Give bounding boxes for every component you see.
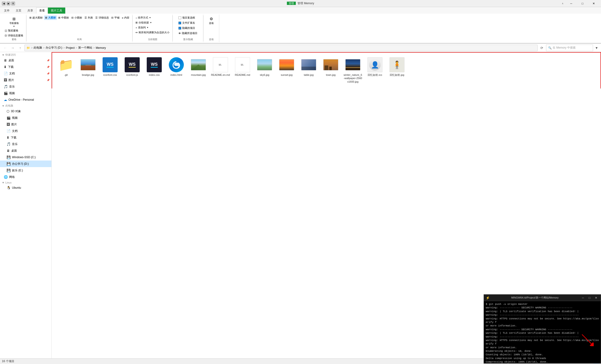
details-button[interactable]: ☰ 详细信息 xyxy=(94,16,110,20)
up-button[interactable]: ↑ xyxy=(17,45,23,51)
sidebar-item-3d[interactable]: ⬡ 3D 对象 xyxy=(0,108,51,115)
forward-button[interactable]: → xyxy=(9,45,16,51)
title-bar: ◀ ▶ ⬆ 管理 管理 Memory ∧ ─ □ ✕ xyxy=(0,0,601,7)
terminal-close-button[interactable]: ✕ xyxy=(593,295,599,300)
sidebar-item-downloads-qa[interactable]: ⬇ 下载 📌 xyxy=(0,64,51,70)
tab-home[interactable]: 主页 xyxy=(13,8,24,14)
detail-pane-icon: ⊡ xyxy=(5,34,7,37)
terminal-line-w7: warning: | TLS certificate verification … xyxy=(486,331,599,335)
quick-access-toolbar-forward[interactable]: ▶ xyxy=(7,2,10,5)
town-icon xyxy=(323,57,338,72)
linux-expand[interactable]: ▼ xyxy=(2,181,4,184)
sidebar-item-video-pc[interactable]: 🎬 视频 xyxy=(0,115,51,121)
file-item-readme-en[interactable]: M↓ README.en.md xyxy=(210,56,231,85)
linux-label: Linux xyxy=(5,181,11,184)
sidebar-item-c-drive[interactable]: 💾 Windows-SSD (C:) xyxy=(0,154,51,160)
small-icons-button[interactable]: ⊟ 小图标 xyxy=(70,16,83,20)
hide-selected-button[interactable]: 👁 隐藏所选项目 xyxy=(178,31,198,35)
terminal-minimize-button[interactable]: ─ xyxy=(580,295,586,300)
file-item-iconfont-css[interactable]: WS iconfont.css xyxy=(100,56,121,85)
preview-pane-button[interactable]: ◫ 预览窗格 xyxy=(4,28,24,33)
back-button[interactable]: ← xyxy=(2,45,9,51)
sidebar-item-pictures-pc[interactable]: 🖼 图片 xyxy=(0,121,51,128)
tab-file[interactable]: 文件 xyxy=(1,8,13,14)
sidebar-item-e-drive[interactable]: 💾 娱乐 (E:) xyxy=(0,167,51,174)
content-button[interactable]: ≡ 内容 xyxy=(121,16,130,20)
sidebar-item-desktop-pc[interactable]: 🖥 桌面 xyxy=(0,148,51,154)
sidebar-item-documents-pc[interactable]: 📄 文档 xyxy=(0,128,51,134)
maximize-button[interactable]: □ xyxy=(577,0,588,7)
refresh-button[interactable]: ⟳ xyxy=(539,45,545,51)
bradge-icon xyxy=(80,57,96,72)
ribbon-content: ⊞ 导航窗格 ▼ ◫ 预览窗格 ⊡ 详细信息窗格 窗格 xyxy=(0,14,601,43)
add-col-arrow: ▼ xyxy=(147,27,149,29)
file-item-table[interactable]: table.jpg xyxy=(298,56,319,85)
sidebar-item-network[interactable]: 🌐 网络 xyxy=(0,174,51,180)
file-area[interactable]: 📁 .git bradge.jpg xyxy=(52,52,601,89)
close-button[interactable]: ✕ xyxy=(588,0,599,7)
window-title: 管理 管理 Memory xyxy=(287,1,314,5)
sidebar-item-pictures-qa[interactable]: 🖼 图片 📌 xyxy=(0,77,51,83)
sidebar-item-d-drive[interactable]: 💾 办公学习 (D:) xyxy=(0,160,51,167)
terminal-maximize-button[interactable]: □ xyxy=(587,295,592,300)
sidebar-item-music-qa[interactable]: 🎵 音乐 xyxy=(0,83,51,90)
hidden-items-button[interactable]: ✓ 隐藏的项目 xyxy=(178,26,196,30)
file-item-sunset[interactable]: sunset.jpg xyxy=(276,56,297,85)
minimize-button[interactable]: ─ xyxy=(566,0,577,7)
terminal-line-w5: or more information. xyxy=(486,324,599,328)
file-item-readme[interactable]: M↓ README.md xyxy=(232,56,253,85)
tab-manage[interactable]: 图片工具 xyxy=(48,8,65,14)
terminal-content[interactable]: $ git push -u origin master warning: ---… xyxy=(484,301,601,363)
search-bar[interactable]: 🔍 在 Memory 中搜索 xyxy=(546,45,593,51)
quick-access-toolbar-back[interactable]: ◀ xyxy=(2,2,6,5)
file-item-index-html[interactable]: index.html xyxy=(166,56,187,85)
add-col-button[interactable]: + 添加列 ▼ xyxy=(135,25,149,30)
file-item-huiyiru-ico[interactable]: 👤 回忆如初.ico xyxy=(364,56,385,85)
adjust-col-label: 将所有列调整为合适的大小 xyxy=(139,31,170,34)
this-pc-expand[interactable]: ▼ xyxy=(2,104,4,107)
adjust-col-button[interactable]: ⇔ 将所有列调整为合适的大小 xyxy=(135,30,170,35)
group-button[interactable]: ⊞ 分组依据 ▼ xyxy=(135,20,153,25)
quick-access-label: 快速访问 xyxy=(5,53,16,57)
medium-icons-button[interactable]: ⊞ 中图标 xyxy=(57,16,70,20)
search-down-arrow[interactable]: ▼ xyxy=(594,46,599,50)
file-item-huiyiru-jpg[interactable]: 🧍 回忆如初.jpg xyxy=(386,56,408,85)
file-item-iconfont-js[interactable]: WS iconfont.js xyxy=(122,56,143,85)
readme-name: README.md xyxy=(235,73,250,77)
adjust-col-icon: ⇔ xyxy=(135,31,138,34)
extra-large-icons-button[interactable]: ⊞ 超大图标 xyxy=(28,16,44,20)
file-item-winter[interactable]: winter_nature_6-wallpaper-2560x1600.jpg xyxy=(342,56,363,85)
list-button[interactable]: ☰ 列表 xyxy=(84,16,94,20)
tab-view[interactable]: 查看 xyxy=(36,8,48,14)
ribbon-group-current-view: ↕ 排序方式 ▼ ⊞ 分组依据 ▼ + 添加列 ▼ ⇔ 将所有列调整为合适的大小 xyxy=(133,15,172,42)
item-checkbox-button[interactable]: 项目复选框 xyxy=(178,16,196,20)
expand-arrow[interactable]: ∧ xyxy=(560,0,565,7)
quick-access-expand[interactable]: ▼ xyxy=(2,53,4,56)
quick-access-toolbar-up[interactable]: ⬆ xyxy=(11,2,15,5)
breadcrumb-memory: Memory xyxy=(96,46,106,49)
tab-share[interactable]: 共享 xyxy=(24,8,36,14)
tiles-button[interactable]: ⊟ 平铺 xyxy=(110,16,120,20)
sidebar-item-music-pc[interactable]: 🎵 音乐 xyxy=(0,141,51,148)
large-icons-button[interactable]: ⊞ 大图标 xyxy=(44,16,57,20)
file-item-bradge[interactable]: bradge.jpg xyxy=(78,56,99,85)
sidebar-item-ubuntu[interactable]: 🐧 Ubuntu xyxy=(0,185,51,191)
sidebar-item-downloads-pc[interactable]: ⬇ 下载 xyxy=(0,134,51,141)
address-bar[interactable]: 📁 > 此电脑 > 办公学习 (D:) > Project > 第一个网站 > … xyxy=(24,45,538,51)
sidebar-item-desktop-qa[interactable]: 🖥 桌面 📌 xyxy=(0,57,51,64)
sidebar-item-documents-qa[interactable]: 📄 文档 📌 xyxy=(0,70,51,77)
sidebar-item-onedrive[interactable]: ☁ OneDrive - Personal xyxy=(0,97,51,103)
file-item-town[interactable]: town.jpg xyxy=(320,56,341,85)
title-bar-left: ◀ ▶ ⬆ xyxy=(2,2,15,5)
file-ext-button[interactable]: ✓ 文件扩展名 xyxy=(178,21,196,25)
detail-pane-button[interactable]: ⊡ 详细信息窗格 xyxy=(4,33,24,38)
nav-pane-button[interactable]: ⊞ 导航窗格 ▼ xyxy=(8,16,20,28)
options-button[interactable]: ⚙ 选项 xyxy=(205,16,217,26)
file-item-git[interactable]: 📁 .git xyxy=(55,56,77,85)
sort-button[interactable]: ↕ 排序方式 ▼ xyxy=(135,16,152,20)
file-item-sky6[interactable]: sky6.jpg xyxy=(254,56,275,85)
file-item-index-css[interactable]: WS index.css xyxy=(144,56,165,85)
file-item-mountain[interactable]: mountain.jpg xyxy=(188,56,209,85)
group-icon: ⊞ xyxy=(135,21,138,24)
sidebar-item-video-qa[interactable]: 🎬 视频 xyxy=(0,90,51,97)
